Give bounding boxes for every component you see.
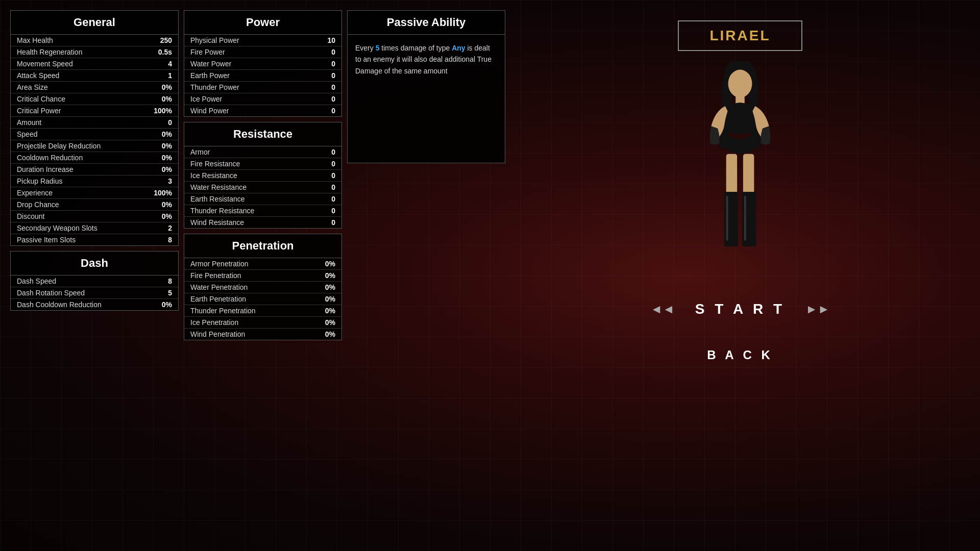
stat-label: Thunder Power [190, 83, 239, 91]
stat-value: 0 [331, 218, 335, 227]
dash-stats: Dash Speed8Dash Rotation Speed5Dash Cool… [11, 276, 178, 310]
table-row: Fire Resistance0 [184, 158, 341, 170]
stat-label: Area Size [17, 83, 48, 91]
stat-value: 0 [331, 160, 335, 168]
stat-value: 100% [154, 107, 172, 115]
character-name: LIRAEL [709, 28, 770, 44]
table-row: Thunder Resistance0 [184, 205, 341, 217]
stat-value: 0 [331, 207, 335, 215]
stat-value: 0% [325, 260, 335, 268]
table-row: Ice Penetration0% [184, 317, 341, 329]
table-row: Attack Speed1 [11, 70, 178, 82]
stat-label: Projectile Delay Reduction [17, 142, 101, 150]
table-row: Ice Power0 [184, 93, 341, 105]
stat-label: Secondary Weapon Slots [17, 224, 97, 232]
stat-label: Wind Power [190, 107, 229, 115]
stat-value: 0 [331, 183, 335, 191]
table-row: Area Size0% [11, 82, 178, 93]
stat-label: Wind Resistance [190, 218, 244, 227]
stat-value: 0% [325, 295, 335, 303]
table-row: Wind Penetration0% [184, 329, 341, 340]
stat-value: 0% [162, 142, 172, 150]
penetration-title: Penetration [184, 234, 341, 258]
stat-value: 0% [325, 271, 335, 280]
stat-label: Fire Power [190, 48, 225, 56]
passive-panel-container: Passive Ability Every 5 times damage of … [347, 10, 505, 541]
table-row: Earth Power0 [184, 70, 341, 82]
stat-label: Earth Resistance [190, 195, 245, 203]
stat-value: 0% [325, 318, 335, 327]
table-row: Wind Power0 [184, 105, 341, 116]
nav-controls: ◄◄ S T A R T ►► [650, 301, 829, 317]
stat-label: Fire Penetration [190, 271, 241, 280]
start-button[interactable]: S T A R T [695, 301, 785, 317]
stat-label: Wind Penetration [190, 330, 245, 338]
table-row: Armor0 [184, 146, 341, 158]
prev-arrow[interactable]: ◄◄ [650, 302, 675, 316]
stat-label: Attack Speed [17, 71, 59, 80]
table-row: Movement Speed4 [11, 58, 178, 70]
stat-value: 3 [168, 177, 172, 185]
stat-label: Discount [17, 212, 44, 220]
table-row: Health Regeneration0.5s [11, 46, 178, 58]
table-row: Thunder Power0 [184, 82, 341, 93]
general-panel: General Max Health250Health Regeneration… [10, 10, 179, 246]
table-row: Cooldown Reduction0% [11, 152, 178, 164]
stat-value: 0% [162, 95, 172, 103]
table-row: Critical Chance0% [11, 93, 178, 105]
stat-value: 0 [331, 95, 335, 103]
power-stats: Physical Power10Fire Power0Water Power0E… [184, 35, 341, 116]
table-row: Physical Power10 [184, 35, 341, 46]
table-row: Water Power0 [184, 58, 341, 70]
stat-label: Dash Rotation Speed [17, 289, 85, 297]
stat-value: 0 [331, 148, 335, 156]
stat-value: 0% [325, 307, 335, 315]
stat-value: 0 [331, 107, 335, 115]
power-panel: Power Physical Power10Fire Power0Water P… [184, 10, 342, 117]
stat-value: 0 [331, 195, 335, 203]
svg-rect-3 [726, 154, 737, 194]
stat-label: Ice Resistance [190, 171, 237, 180]
svg-rect-8 [744, 196, 746, 241]
stat-label: Critical Chance [17, 95, 65, 103]
left-panels: General Max Health250Health Regeneration… [10, 10, 179, 541]
stat-value: 0 [331, 83, 335, 91]
stat-value: 0 [168, 118, 172, 127]
next-arrow[interactable]: ►► [805, 302, 830, 316]
back-button[interactable]: B A C K [707, 348, 773, 362]
stat-value: 5 [168, 289, 172, 297]
stat-label: Armor Penetration [190, 260, 249, 268]
table-row: Experience100% [11, 187, 178, 199]
table-row: Thunder Penetration0% [184, 305, 341, 317]
table-row: Projectile Delay Reduction0% [11, 140, 178, 152]
stat-label: Water Resistance [190, 183, 247, 191]
stat-label: Physical Power [190, 36, 239, 44]
stat-value: 0 [331, 48, 335, 56]
stat-value: 100% [154, 189, 172, 197]
stat-label: Dash Speed [17, 277, 56, 285]
power-title: Power [184, 11, 341, 35]
stat-value: 8 [168, 277, 172, 285]
stat-value: 0% [162, 300, 172, 309]
stat-value: 0% [162, 130, 172, 138]
table-row: Fire Penetration0% [184, 270, 341, 282]
passive-text-1: Every [355, 44, 376, 52]
dash-title: Dash [11, 252, 178, 276]
stat-value: 0% [325, 283, 335, 291]
character-svg [689, 61, 791, 276]
resistance-panel: Resistance Armor0Fire Resistance0Ice Res… [184, 122, 342, 229]
stat-label: Amount [17, 118, 41, 127]
stat-value: 0% [162, 154, 172, 162]
table-row: Wind Resistance0 [184, 217, 341, 228]
stat-value: 0 [331, 60, 335, 68]
stat-label: Armor [190, 148, 210, 156]
stat-label: Speed [17, 130, 37, 138]
general-title: General [11, 11, 178, 35]
stat-value: 0.5s [158, 48, 172, 56]
passive-panel: Passive Ability Every 5 times damage of … [347, 10, 505, 163]
stat-value: 0% [162, 201, 172, 209]
table-row: Critical Power100% [11, 105, 178, 117]
stat-label: Critical Power [17, 107, 61, 115]
character-area: LIRAEL [510, 10, 970, 541]
stat-value: 4 [168, 60, 172, 68]
